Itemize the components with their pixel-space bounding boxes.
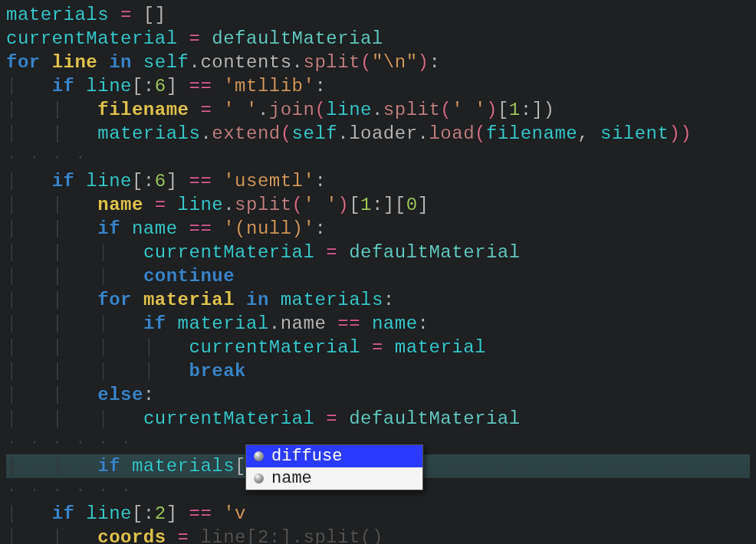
- code-token: [166, 195, 178, 215]
- autocomplete-popup[interactable]: diffuse name: [245, 444, 423, 490]
- code-token: )): [669, 123, 692, 144]
- code-token: ==: [189, 171, 212, 192]
- code-line[interactable]: materials = []: [6, 3, 750, 27]
- code-token: [337, 408, 349, 429]
- code-token: extend: [212, 123, 280, 144]
- code-token: [178, 171, 189, 192]
- code-token: [: [246, 527, 258, 544]
- code-token: [178, 503, 189, 524]
- code-token: ): [418, 52, 429, 73]
- code-line[interactable]: | | coords = line[2:].split(): [6, 526, 750, 544]
- code-token: filename: [486, 123, 577, 144]
- code-line[interactable]: for line in self.contents.split("\n"):: [6, 51, 750, 74]
- code-token: defaultMaterial: [349, 408, 521, 429]
- code-token: [178, 28, 189, 49]
- code-token: if: [97, 218, 120, 239]
- code-token: [74, 76, 86, 97]
- code-token: [74, 171, 86, 192]
- code-line[interactable]: | | if name == '(null)':: [6, 217, 750, 241]
- autocomplete-item-name[interactable]: name: [246, 467, 422, 490]
- code-token: line: [86, 171, 132, 192]
- code-token: [212, 218, 223, 239]
- code-token: currentMaterial: [143, 242, 315, 263]
- code-token: split: [304, 527, 361, 544]
- code-token: =: [200, 100, 212, 120]
- autocomplete-label: diffuse: [271, 447, 342, 466]
- code-line[interactable]: | | | continue: [6, 264, 750, 288]
- code-line[interactable]: | if line[:6] == 'usemtl':: [6, 169, 750, 193]
- code-token: ): [337, 195, 349, 215]
- code-line[interactable]: | | | | currentMaterial = material: [6, 336, 750, 359]
- code-token: (: [292, 195, 304, 215]
- code-token: =: [120, 5, 132, 25]
- code-token: [212, 100, 223, 120]
- code-token: (: [360, 527, 372, 544]
- code-token: currentMaterial: [143, 408, 315, 429]
- code-token: self: [143, 52, 189, 73]
- code-line[interactable]: | | name = line.split(' ')[1:][0]: [6, 193, 750, 217]
- code-token: [132, 290, 143, 310]
- code-line[interactable]: | | else:: [6, 383, 750, 407]
- code-token: ==: [189, 503, 212, 524]
- code-token: [178, 218, 189, 239]
- code-line[interactable]: currentMaterial = defaultMaterial: [6, 27, 750, 51]
- code-token: ' ': [452, 100, 486, 120]
- code-token: (: [281, 123, 292, 144]
- code-token: [212, 171, 223, 192]
- code-token: :: [418, 313, 429, 334]
- code-token: .: [337, 123, 349, 144]
- code-token: ==: [337, 313, 360, 334]
- code-token: [109, 5, 120, 25]
- code-token: split: [235, 195, 292, 215]
- code-token: '(null)': [223, 218, 314, 239]
- code-token: line: [200, 527, 246, 544]
- code-token: silent: [600, 123, 669, 144]
- code-token: :: [383, 290, 395, 310]
- autocomplete-item-diffuse[interactable]: diffuse: [246, 445, 422, 467]
- code-token: defaultMaterial: [349, 242, 521, 263]
- code-token: [383, 337, 395, 358]
- code-token: continue: [143, 266, 235, 287]
- code-line[interactable]: | | | currentMaterial = defaultMaterial: [6, 241, 750, 264]
- code-token: 2: [155, 503, 166, 524]
- code-line[interactable]: | | materials.extend(self.loader.load(fi…: [6, 122, 750, 146]
- code-line[interactable]: | | | | break: [6, 359, 750, 383]
- code-token: coords: [97, 527, 166, 544]
- property-icon: [254, 474, 264, 483]
- code-line[interactable]: | | | if material.name == name:: [6, 312, 750, 336]
- code-token: contents: [200, 52, 291, 73]
- code-line[interactable]: | if line[:6] == 'mtllib':: [6, 74, 750, 98]
- code-token: (: [440, 100, 452, 120]
- code-token: name: [281, 313, 327, 334]
- code-token: [97, 52, 109, 73]
- code-token: .: [292, 52, 304, 73]
- code-token: ' ': [223, 100, 258, 120]
- code-token: [: [235, 456, 246, 477]
- property-icon: [254, 451, 264, 461]
- code-token: [120, 218, 132, 239]
- code-token: =: [155, 195, 166, 215]
- code-line[interactable]: | if line[:2] == 'v: [6, 502, 750, 526]
- code-token: [269, 290, 281, 310]
- code-line[interactable]: · · · ·: [6, 146, 750, 169]
- code-token: (: [360, 52, 372, 73]
- code-token: :: [429, 52, 440, 73]
- code-token: materials: [97, 123, 200, 144]
- code-token: join: [269, 100, 315, 120]
- code-token: [337, 242, 349, 263]
- code-token: [74, 503, 86, 524]
- code-token: .: [223, 195, 235, 215]
- code-line[interactable]: | | for material in materials:: [6, 288, 750, 312]
- code-token: [:: [132, 76, 155, 97]
- code-line[interactable]: | | | currentMaterial = defaultMaterial: [6, 407, 750, 431]
- code-line[interactable]: | | filename = ' '.join(line.split(' ')[…: [6, 98, 750, 122]
- code-token: []: [132, 5, 166, 25]
- code-token: line: [86, 503, 132, 524]
- code-token: ' ': [304, 195, 338, 215]
- code-token: [: [498, 100, 509, 120]
- code-token: [189, 527, 200, 544]
- code-token: :: [314, 171, 326, 192]
- code-token: (: [314, 100, 326, 120]
- code-token: 2: [258, 527, 269, 544]
- code-token: [314, 242, 326, 263]
